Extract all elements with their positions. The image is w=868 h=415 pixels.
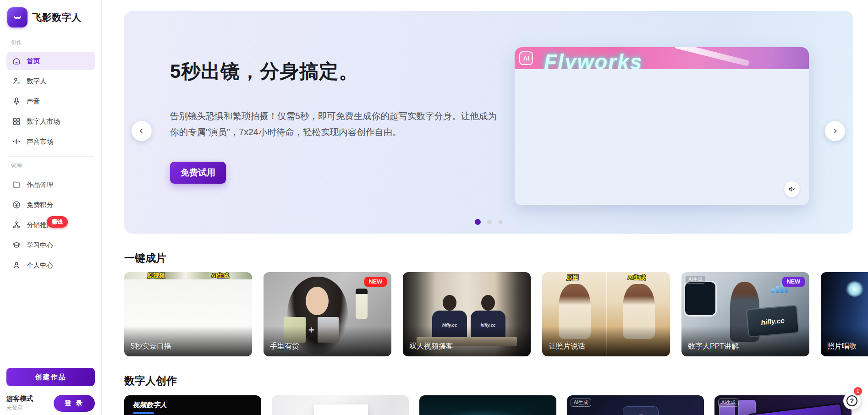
brand[interactable]: 飞影数字人 [6, 7, 95, 34]
carousel-dot-1[interactable] [475, 219, 481, 225]
brand-logo-icon [7, 7, 27, 27]
sidebar-item-profile[interactable]: 个人中心 [6, 256, 95, 274]
create-cards-row: 视频数字人 AI生成 AI生成 [124, 395, 868, 415]
quick-cards-wrap: 原视频 AI生成 5秒实景口播 + NEW 手里有货 [124, 272, 868, 356]
hero-video-card[interactable]: Flyworks AI [515, 47, 809, 205]
section-title-create: 数字人创作 [124, 374, 868, 388]
mute-button[interactable] [784, 181, 800, 197]
quick-card-ppt-explain[interactable]: AI生成 hifly.cc NEW 数字人PPT讲解 [681, 272, 809, 356]
quick-card-goods-in-hand[interactable]: + NEW 手里有货 [264, 272, 391, 356]
new-badge: NEW [782, 277, 805, 287]
video-neon-text: Flyworks [544, 49, 643, 69]
wall-screen [685, 282, 715, 315]
laptop-screen [747, 403, 848, 415]
login-status: 未登录 [6, 404, 33, 412]
photo-frame [314, 404, 368, 415]
avatar-panel [623, 406, 659, 415]
sidebar-item-digital-human[interactable]: AI 数字人 [6, 72, 95, 90]
carousel-dots [475, 219, 503, 225]
card-label: 照片唱歌 [827, 342, 857, 351]
hero-description: 告别镜头恐惧和繁琐拍摄！仅需5秒，即可免费生成你的超写实数字分身。让他成为 你的… [170, 108, 497, 140]
tag-original-photo: 原图 [567, 274, 579, 281]
ai-badge: AI [519, 51, 533, 65]
carousel-next-button[interactable] [825, 121, 845, 141]
card-label: 数字人PPT讲解 [688, 342, 739, 351]
sidebar-item-promotion[interactable]: 分销推广 赚钱 [6, 216, 95, 234]
sidebar-item-voice[interactable]: 声音 [6, 92, 95, 110]
stage-light [846, 281, 864, 297]
sidebar-item-digital-human-market[interactable]: 数字人市场 [6, 112, 95, 131]
sidebar: 飞影数字人 创作 首页 AI 数字人 声音 数字人市场 声音市场 管理 作品管理 [0, 0, 102, 415]
sidebar-item-label: 数字人市场 [27, 117, 60, 126]
sidebar-item-label: 学习中心 [27, 241, 53, 250]
studio-silhouette [522, 395, 556, 415]
sidebar-item-label: 免费积分 [27, 201, 53, 209]
login-button[interactable]: 登 录 [54, 395, 95, 412]
question-mark-icon: ? [846, 395, 857, 406]
quick-card-talking-photo[interactable]: 原图 AI生成 让照片说话 [542, 272, 670, 356]
host-head [443, 295, 456, 311]
brand-name: 飞影数字人 [32, 11, 82, 24]
quick-card-photo-singing[interactable]: 照片唱歌 [821, 272, 868, 356]
tag-ai-generated: AI生成 [628, 274, 646, 281]
hero-description-line1: 告别镜头恐惧和繁琐拍摄！仅需5秒，即可免费生成你的超写实数字分身。让他成为 [170, 108, 497, 124]
waveform-icon [12, 137, 21, 146]
free-trial-button[interactable]: 免费试用 [170, 162, 226, 184]
sidebar-item-credits[interactable]: 免费积分 [6, 196, 95, 214]
compare-tags: 原图 AI生成 [542, 274, 670, 281]
quick-card-dual-podcast[interactable]: hifly.cc hifly.cc 双人视频播客 [403, 272, 531, 356]
video-frame: Flyworks AI [515, 47, 809, 69]
carousel-prev-button[interactable] [132, 121, 152, 141]
network-icon [12, 220, 21, 229]
ppt-screen-text: hifly.cc [761, 316, 785, 326]
chevron-left-icon [137, 127, 146, 135]
ai-generated-watermark: AI生成 [718, 399, 739, 407]
hero-banner: 5秒出镜，分身搞定。 告别镜头恐惧和繁琐拍摄！仅需5秒，即可免费生成你的超写实数… [124, 11, 853, 234]
digital-human-icon: AI [12, 76, 21, 86]
video-lamp-highlight [674, 47, 750, 66]
muted-speaker-icon [788, 185, 796, 193]
card-label-shade [264, 326, 391, 356]
model-face [306, 287, 329, 315]
help-notification-badge: 1 [854, 387, 862, 395]
create-card-portrait[interactable] [272, 395, 409, 415]
ai-generated-watermark: AI生成 [571, 399, 591, 407]
help-button[interactable]: ? 1 [843, 392, 861, 410]
carousel-dot-2[interactable] [487, 220, 492, 224]
create-card-avatars[interactable]: AI生成 [567, 395, 704, 415]
card-label-shade [124, 326, 252, 356]
card-title: 视频数字人 [132, 401, 167, 410]
chevron-right-icon [831, 127, 839, 135]
sidebar-item-voice-market[interactable]: 声音市场 [6, 132, 95, 151]
nav-section-label-create: 创作 [6, 34, 95, 50]
carousel-dot-3[interactable] [498, 220, 503, 224]
product-bottle [356, 289, 368, 319]
sidebar-footer: 游客模式 未登录 登 录 [0, 392, 101, 415]
main-content: 5秒出镜，分身搞定。 告别镜头恐惧和繁琐拍摄！仅需5秒，即可免费生成你的超写实数… [102, 0, 868, 415]
video-compare-strip: 原视频 AI生成 [124, 272, 252, 279]
sidebar-item-label: 作品管理 [27, 180, 53, 189]
grid-icon [12, 117, 21, 126]
card-label-shade [403, 326, 531, 356]
guest-info: 游客模式 未登录 [6, 394, 33, 412]
sidebar-item-label: 声音市场 [27, 137, 53, 146]
create-card-dashboard[interactable]: AI生成 [714, 395, 852, 415]
sidebar-item-home[interactable]: 首页 [6, 52, 95, 70]
create-card-studio[interactable] [419, 395, 556, 415]
new-badge: NEW [364, 277, 387, 287]
title-underline [133, 412, 154, 414]
quick-card-live-broadcast[interactable]: 原视频 AI生成 5秒实景口播 [124, 272, 252, 356]
hero-title: 5秒出镜，分身搞定。 [170, 59, 358, 84]
hero-description-line2: 你的专属"演员"，7x24小时待命，轻松实现内容创作自由。 [170, 124, 497, 140]
sidebar-item-works[interactable]: 作品管理 [6, 175, 95, 194]
sidebar-item-label: 首页 [27, 57, 40, 66]
sidebar-divider [7, 156, 94, 157]
quick-cards-row: 原视频 AI生成 5秒实景口播 + NEW 手里有货 [124, 272, 868, 356]
card-label: 5秒实景口播 [131, 342, 171, 351]
create-work-button[interactable]: 创建作品 [6, 368, 95, 386]
app-root: 飞影数字人 创作 首页 AI 数字人 声音 数字人市场 声音市场 管理 作品管理 [0, 0, 868, 415]
sidebar-item-learning[interactable]: 学习中心 [6, 236, 95, 254]
card-label: 让照片说话 [549, 342, 585, 351]
card-label-shade [542, 326, 670, 356]
create-card-video-digital-human[interactable]: 视频数字人 [124, 395, 261, 415]
